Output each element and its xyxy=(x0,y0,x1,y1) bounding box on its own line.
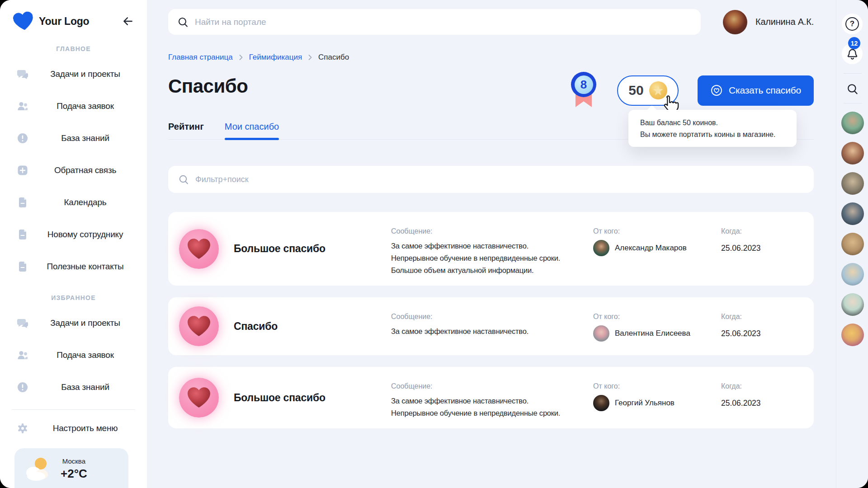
sidebar-nav-favorites: Задачи и проекты Подача заявок База знан… xyxy=(0,313,147,398)
search-icon xyxy=(177,16,189,28)
message-label: Сообщение: xyxy=(391,306,593,321)
search-icon[interactable] xyxy=(846,83,859,95)
sender-avatar xyxy=(593,240,609,256)
sun-cloud-icon xyxy=(23,455,51,481)
sidebar-section-favorites: ИЗБРАННОЕ xyxy=(0,294,147,301)
sidebar-divider xyxy=(12,409,135,410)
document-icon xyxy=(16,260,29,273)
contact-avatar[interactable] xyxy=(841,202,864,225)
sidebar-collapse-button[interactable] xyxy=(122,15,134,28)
rail-divider xyxy=(844,73,862,74)
thanks-date: 25.06.2023 xyxy=(721,244,803,253)
sender-avatar xyxy=(593,395,609,411)
when-label: Когда: xyxy=(721,306,803,321)
sidebar-item-knowledge-base[interactable]: База знаний xyxy=(0,128,147,149)
sender-name: Александр Макаров xyxy=(615,244,687,253)
message-label: Сообщение: xyxy=(391,376,593,390)
left-sidebar: Your Logo ГЛАВНОЕ Задачи и проекты Подач… xyxy=(0,0,147,488)
sidebar-item-tasks-fav[interactable]: Задачи и проекты xyxy=(0,313,147,333)
chat-icon xyxy=(16,317,29,329)
tooltip-line-2: Вы можете портатить коины в магазине. xyxy=(640,129,785,141)
thanks-card[interactable]: Большое спасибо Сообщение: За самое эффе… xyxy=(168,212,814,286)
info-circle-icon xyxy=(16,132,29,145)
weather-widget: Москва +2°C xyxy=(14,448,128,488)
chevron-right-icon xyxy=(237,54,245,61)
sidebar-section-main: ГЛАВНОЕ xyxy=(0,45,147,52)
tab-my-thanks[interactable]: Мои спасибо xyxy=(225,122,279,139)
thanks-title: Большое спасибо xyxy=(234,243,391,255)
brand-logo-text: Your Logo xyxy=(39,15,89,28)
thanks-card[interactable]: Большое спасибо Сообщение: За самое эффе… xyxy=(168,367,814,428)
thanks-list: Большое спасибо Сообщение: За самое эффе… xyxy=(168,212,814,428)
thanks-heart-icon xyxy=(179,306,219,346)
breadcrumb: Главная страница Геймификация Спасибо xyxy=(168,53,814,62)
balance-tooltip: Ваш баланс 50 коинов. Вы можете портатит… xyxy=(628,110,797,147)
thanks-title: Спасибо xyxy=(234,320,391,333)
thanks-heart-icon xyxy=(179,378,219,418)
user-name: Калинина А.К. xyxy=(755,17,814,27)
help-button[interactable]: ? xyxy=(842,14,863,34)
document-icon xyxy=(16,228,29,241)
message-text: За самое эффективное наставничество. Неп… xyxy=(391,395,593,419)
document-icon xyxy=(16,196,29,209)
portal-search xyxy=(168,9,701,35)
from-label: От кого: xyxy=(593,221,721,235)
from-label: От кого: xyxy=(593,376,721,390)
tooltip-line-1: Ваш баланс 50 коинов. xyxy=(640,117,785,129)
breadcrumb-gamification[interactable]: Геймификация xyxy=(249,53,302,62)
app-window: Your Logo ГЛАВНОЕ Задачи и проекты Подач… xyxy=(0,0,868,488)
sidebar-item-feedback[interactable]: Обратная связь xyxy=(0,160,147,181)
sender-avatar xyxy=(593,325,609,342)
when-label: Когда: xyxy=(721,376,803,390)
right-rail: ? 12 xyxy=(836,0,868,488)
chat-icon xyxy=(16,68,29,80)
contact-avatar[interactable] xyxy=(841,233,864,255)
thanks-date: 25.06.2023 xyxy=(721,399,803,408)
thanks-heart-icon xyxy=(179,229,219,269)
sidebar-item-requests[interactable]: Подача заявок xyxy=(0,96,147,117)
sidebar-item-requests-fav[interactable]: Подача заявок xyxy=(0,345,147,366)
sidebar-item-useful-contacts[interactable]: Полезные контакты xyxy=(0,256,147,277)
user-menu[interactable]: Калинина А.К. xyxy=(723,10,814,34)
question-mark-icon: ? xyxy=(845,17,859,31)
contact-avatar[interactable] xyxy=(841,293,864,316)
coin-balance-pill[interactable]: 50 xyxy=(617,75,679,106)
user-avatar[interactable] xyxy=(723,10,747,34)
portal-search-input[interactable] xyxy=(195,17,692,27)
filter-search xyxy=(168,166,814,193)
people-icon xyxy=(16,349,29,361)
sidebar-item-tasks[interactable]: Задачи и проекты xyxy=(0,64,147,84)
thanks-title: Большое спасибо xyxy=(234,392,391,404)
main-content: Калинина А.К. Главная страница Геймифика… xyxy=(147,0,836,488)
thanks-date: 25.06.2023 xyxy=(721,329,803,338)
sender-name: Георгий Ульянов xyxy=(615,399,675,408)
people-icon xyxy=(16,100,29,113)
logo-row: Your Logo xyxy=(0,0,147,31)
sidebar-item-new-employee[interactable]: Новому сотруднику xyxy=(0,224,147,245)
level-number: 8 xyxy=(575,75,593,94)
gear-icon xyxy=(16,422,29,435)
sender-name: Валентина Елисеева xyxy=(615,329,690,338)
thanks-card[interactable]: Спасибо Сообщение: За самое эффективное … xyxy=(168,297,814,355)
heart-circle-icon xyxy=(710,84,723,97)
sidebar-nav-main: Задачи и проекты Подача заявок База знан… xyxy=(0,64,147,277)
sidebar-item-calendar[interactable]: Календарь xyxy=(0,192,147,213)
contact-avatar[interactable] xyxy=(841,324,864,346)
message-text: За самое эффективное наставничество. Неп… xyxy=(391,240,593,277)
contact-avatar[interactable] xyxy=(841,263,864,286)
contact-avatar[interactable] xyxy=(841,172,864,195)
contact-avatar[interactable] xyxy=(841,142,864,164)
breadcrumb-current: Спасибо xyxy=(318,53,349,62)
level-medal: 8 xyxy=(571,72,596,109)
sidebar-item-knowledge-base-fav[interactable]: База знаний xyxy=(0,377,147,398)
contact-avatar[interactable] xyxy=(841,112,864,134)
weather-city: Москва xyxy=(61,457,87,465)
sidebar-item-configure-menu[interactable]: Настроить меню xyxy=(0,418,147,439)
plus-square-icon xyxy=(16,164,29,177)
tab-rating[interactable]: Рейтинг xyxy=(168,122,204,139)
breadcrumb-home[interactable]: Главная страница xyxy=(168,53,233,62)
rail-divider xyxy=(844,103,862,103)
say-thanks-button[interactable]: Сказать спасибо xyxy=(698,75,814,106)
filter-search-input[interactable] xyxy=(195,175,804,184)
notification-count-badge: 12 xyxy=(848,37,860,49)
